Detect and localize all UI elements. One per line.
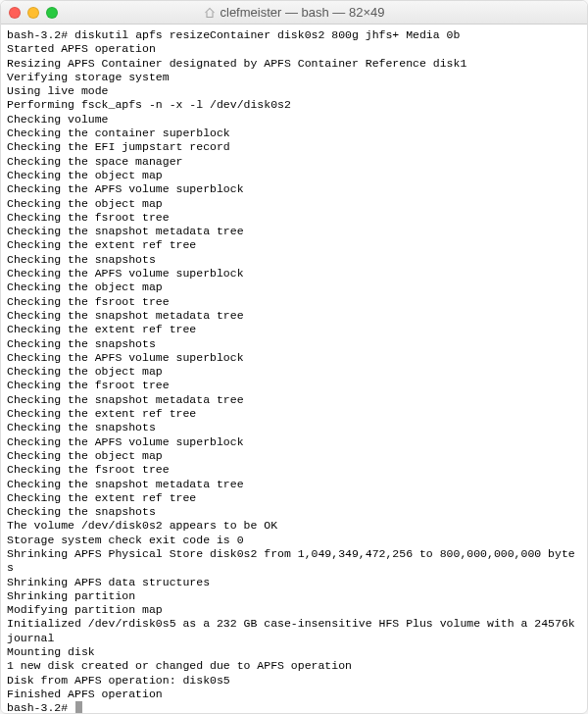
home-icon [204, 7, 216, 19]
cursor [75, 701, 82, 714]
maximize-button[interactable] [46, 7, 58, 19]
close-button[interactable] [9, 7, 21, 19]
minimize-button[interactable] [27, 7, 39, 19]
window-title-wrap: clefmeister — bash — 82×49 [1, 5, 587, 20]
window-titlebar: clefmeister — bash — 82×49 [1, 1, 587, 25]
entered-command: diskutil apfs resizeContainer disk0s2 80… [74, 28, 460, 41]
prompt: bash-3.2# [7, 701, 74, 714]
traffic-lights [9, 7, 58, 19]
prompt: bash-3.2# [7, 28, 74, 41]
output-lines: Started APFS operation Resizing APFS Con… [7, 42, 581, 701]
terminal-output[interactable]: bash-3.2# diskutil apfs resizeContainer … [1, 25, 587, 714]
window-title: clefmeister — bash — 82×49 [220, 5, 385, 20]
